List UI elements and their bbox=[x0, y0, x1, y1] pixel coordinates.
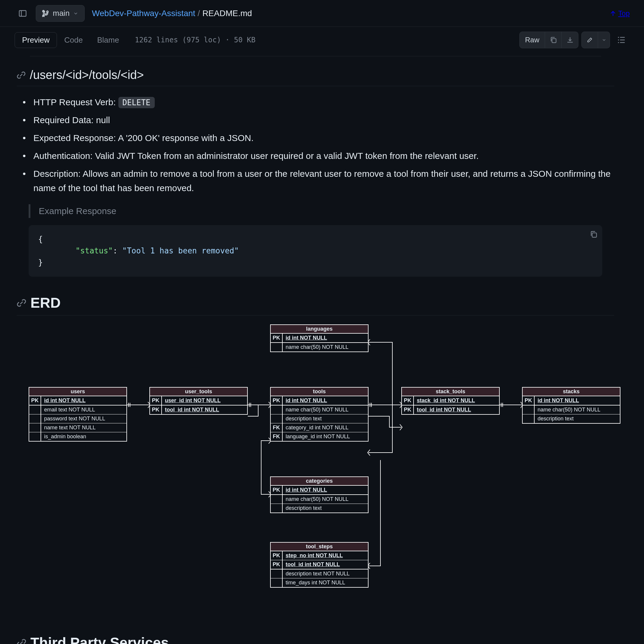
readme-content: /users/<id>/tools/<id> HTTP Request Verb… bbox=[0, 56, 644, 644]
tab-blame[interactable]: Blame bbox=[90, 32, 126, 48]
arrow-up-icon bbox=[610, 10, 616, 17]
svg-rect-10 bbox=[620, 40, 625, 40]
svg-point-4 bbox=[47, 11, 48, 12]
copy-button[interactable] bbox=[545, 32, 562, 48]
file-toolbar: Preview Code Blame 1262 lines (975 loc) … bbox=[0, 27, 644, 53]
file-meta: 1262 lines (975 loc) · 50 KB bbox=[135, 36, 256, 44]
breadcrumb: WebDev-Pathway-Assistant / README.md bbox=[92, 9, 252, 18]
raw-group: Raw bbox=[519, 32, 578, 48]
list-item: HTTP Request Verb: DELETE bbox=[33, 93, 614, 111]
branch-selector[interactable]: main bbox=[36, 5, 85, 22]
code-line: { bbox=[38, 233, 593, 245]
svg-rect-0 bbox=[19, 10, 26, 16]
svg-point-8 bbox=[618, 42, 619, 43]
erd-table-categories: categoriesPKid int NOT NULLname char(50)… bbox=[270, 476, 369, 513]
erd-table-tool-steps: tool_stepsPKstep_no int NOT NULLPKtool_i… bbox=[270, 542, 369, 588]
tab-code[interactable]: Code bbox=[57, 32, 90, 48]
divider bbox=[30, 56, 601, 56]
list-item: Expected Response: A '200 OK' response w… bbox=[33, 129, 614, 147]
svg-rect-12 bbox=[592, 233, 597, 237]
list-item: Authentication: Valid JWT Token from an … bbox=[33, 147, 614, 165]
list-item: Required Data: null bbox=[33, 111, 614, 129]
download-icon bbox=[566, 36, 574, 44]
erd-table-stacks: stacksPKid int NOT NULLname char(50) NOT… bbox=[522, 387, 620, 424]
svg-rect-5 bbox=[552, 39, 556, 43]
erd-table-stack-tools: stack_toolsPKstack_id int NOT NULLPKtool… bbox=[401, 387, 500, 415]
endpoint-heading: /users/<id>/tools/<id> bbox=[17, 68, 614, 86]
code-block: { "status": "Tool 1 has been removed" } bbox=[29, 225, 602, 277]
code-line: "status": "Tool 1 has been removed" bbox=[38, 245, 593, 257]
side-panel-toggle-icon[interactable] bbox=[14, 5, 31, 22]
copy-icon bbox=[590, 230, 597, 238]
link-icon[interactable] bbox=[17, 71, 26, 80]
third-party-heading: Third Party Services bbox=[17, 634, 614, 644]
list-item: Description: Allows an admin to remove a… bbox=[33, 165, 614, 197]
svg-rect-9 bbox=[620, 37, 625, 38]
copy-code-button[interactable] bbox=[590, 230, 597, 241]
copy-icon bbox=[550, 36, 557, 44]
download-button[interactable] bbox=[562, 32, 578, 48]
svg-point-6 bbox=[618, 37, 619, 38]
breadcrumb-sep: / bbox=[198, 9, 200, 18]
file-header: main WebDev-Pathway-Assistant / README.m… bbox=[0, 0, 644, 27]
erd-table-tools: toolsPKid int NOT NULLname char(50) NOT … bbox=[270, 387, 369, 442]
svg-point-7 bbox=[618, 39, 619, 41]
pencil-icon bbox=[587, 36, 592, 44]
http-verb-badge: DELETE bbox=[118, 97, 155, 108]
list-icon bbox=[617, 36, 626, 44]
branch-name: main bbox=[53, 9, 69, 18]
erd-table-user-tools: user_toolsPKuser_id int NOT NULLPKtool_i… bbox=[149, 387, 248, 415]
breadcrumb-repo-link[interactable]: WebDev-Pathway-Assistant bbox=[92, 9, 195, 18]
edit-group bbox=[581, 32, 610, 48]
raw-button[interactable]: Raw bbox=[519, 32, 545, 48]
svg-rect-11 bbox=[620, 42, 625, 43]
endpoint-path: /users/<id>/tools/<id> bbox=[30, 68, 144, 82]
erd-table-languages: languagesPKid int NOT NULLname char(50) … bbox=[270, 324, 369, 352]
outline-button[interactable] bbox=[613, 32, 630, 48]
erd-heading: ERD bbox=[17, 295, 614, 315]
breadcrumb-file: README.md bbox=[202, 9, 252, 18]
chevron-down-icon bbox=[602, 38, 606, 42]
branch-icon bbox=[42, 10, 49, 17]
edit-dropdown[interactable] bbox=[598, 32, 610, 48]
view-mode-tabs: Preview Code Blame bbox=[14, 32, 126, 48]
edit-button[interactable] bbox=[581, 32, 598, 48]
example-response-label: Example Response bbox=[29, 204, 602, 218]
code-line: } bbox=[38, 257, 593, 268]
tab-preview[interactable]: Preview bbox=[15, 32, 57, 48]
erd-table-users: usersPKid int NOT NULLemail text NOT NUL… bbox=[29, 387, 127, 442]
erd-diagram: languagesPKid int NOT NULLname char(50) … bbox=[17, 324, 619, 617]
scroll-top-link[interactable]: Top bbox=[610, 9, 630, 18]
chevron-down-icon bbox=[73, 11, 78, 16]
link-icon[interactable] bbox=[17, 638, 26, 644]
link-icon[interactable] bbox=[17, 298, 26, 308]
endpoint-details: HTTP Request Verb: DELETE Required Data:… bbox=[17, 93, 614, 197]
